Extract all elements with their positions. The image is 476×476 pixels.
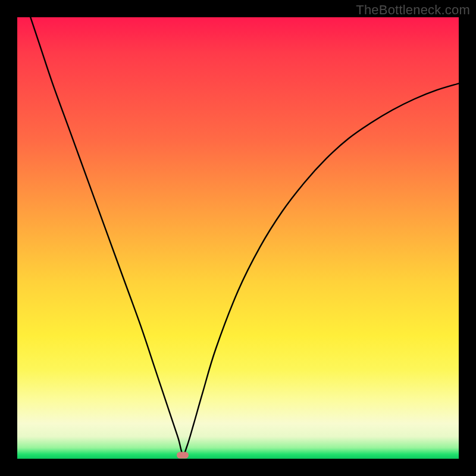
optimal-point-marker [177, 452, 189, 459]
watermark-text: TheBottleneck.com [356, 2, 470, 18]
chart-frame: TheBottleneck.com [0, 0, 476, 476]
plot-area [17, 17, 459, 459]
bottleneck-curve [17, 17, 459, 459]
